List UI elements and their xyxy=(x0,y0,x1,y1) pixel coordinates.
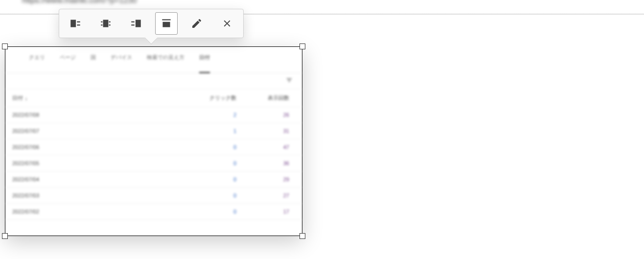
table-body: 2022/07/082262022/07/071312022/07/060472… xyxy=(5,107,302,220)
header-clicks[interactable]: クリック数 xyxy=(202,94,256,102)
table-row: 2022/07/02017 xyxy=(5,204,302,220)
filter-icon[interactable] xyxy=(285,76,293,86)
close-icon xyxy=(222,18,232,29)
sort-arrow-icon: ↓ xyxy=(25,95,28,101)
cell-date: 2022/07/08 xyxy=(12,112,202,118)
cell-date: 2022/07/05 xyxy=(12,160,202,166)
tab-query[interactable]: クエリ xyxy=(29,54,45,68)
header-date[interactable]: 日付 ↓ xyxy=(12,94,202,102)
cell-impressions: 36 xyxy=(256,160,295,166)
align-left-button[interactable] xyxy=(64,12,87,35)
table-row: 2022/07/07131 xyxy=(5,123,302,139)
pencil-icon xyxy=(191,18,203,29)
cell-impressions: 29 xyxy=(256,176,295,182)
filter-row xyxy=(5,73,302,89)
align-right-button[interactable] xyxy=(125,12,147,35)
cell-impressions: 47 xyxy=(256,144,295,150)
cell-impressions: 26 xyxy=(256,112,295,118)
tab-search-appearance[interactable]: 検索での見え方 xyxy=(147,54,184,68)
header-impressions[interactable]: 表示回数 xyxy=(256,94,295,102)
table-header: 日付 ↓ クリック数 表示回数 xyxy=(5,89,302,107)
align-center-button[interactable] xyxy=(94,12,117,35)
tab-country[interactable]: 国 xyxy=(91,54,96,68)
embedded-image-content: クエリ ページ 国 デバイス 検索での見え方 日付 日付 ↓ クリック数 表示回… xyxy=(5,47,302,236)
align-right-icon xyxy=(130,17,142,30)
cell-clicks: 2 xyxy=(202,112,256,118)
selected-block[interactable]: クエリ ページ 国 デバイス 検索での見え方 日付 日付 ↓ クリック数 表示回… xyxy=(5,46,302,236)
svg-rect-9 xyxy=(131,22,135,22)
svg-rect-4 xyxy=(101,22,102,22)
cell-clicks: 0 xyxy=(202,144,256,150)
align-left-icon xyxy=(69,17,82,30)
cell-date: 2022/07/02 xyxy=(12,209,202,215)
svg-rect-5 xyxy=(109,22,111,22)
cell-clicks: 0 xyxy=(202,193,256,198)
svg-rect-11 xyxy=(162,19,170,20)
cell-clicks: 0 xyxy=(202,209,256,215)
align-none-icon xyxy=(160,17,173,30)
svg-rect-6 xyxy=(101,24,102,25)
align-none-button[interactable] xyxy=(155,12,178,35)
svg-rect-0 xyxy=(70,20,76,27)
remove-button[interactable] xyxy=(216,12,238,35)
tab-device[interactable]: デバイス xyxy=(111,54,132,68)
align-center-icon xyxy=(99,17,112,30)
cell-impressions: 31 xyxy=(256,128,295,134)
header-date-label: 日付 xyxy=(12,94,23,102)
cell-impressions: 27 xyxy=(256,193,295,198)
cell-date: 2022/07/03 xyxy=(12,193,202,198)
tab-date[interactable]: 日付 xyxy=(199,54,210,73)
block-toolbar xyxy=(59,9,244,38)
cell-date: 2022/07/06 xyxy=(12,144,202,150)
cell-clicks: 0 xyxy=(202,176,256,182)
table-row: 2022/07/05036 xyxy=(5,155,302,172)
cell-clicks: 0 xyxy=(202,160,256,166)
svg-rect-2 xyxy=(77,24,80,25)
svg-rect-8 xyxy=(136,20,141,27)
table-row: 2022/07/03027 xyxy=(5,188,302,204)
table-row: 2022/07/04029 xyxy=(5,172,302,188)
svg-rect-3 xyxy=(103,20,109,27)
cell-impressions: 17 xyxy=(256,209,295,215)
svg-rect-12 xyxy=(162,22,170,27)
tabs-row: クエリ ページ 国 デバイス 検索での見え方 日付 xyxy=(5,47,302,73)
cell-clicks: 1 xyxy=(202,128,256,134)
svg-rect-7 xyxy=(109,24,111,25)
cell-date: 2022/07/04 xyxy=(12,176,202,182)
svg-rect-1 xyxy=(77,22,80,22)
edit-button[interactable] xyxy=(185,12,208,35)
cell-date: 2022/07/07 xyxy=(12,128,202,134)
url-text: https://www.mainki.com/?p=1230 xyxy=(22,0,137,5)
tab-page[interactable]: ページ xyxy=(60,54,76,68)
svg-rect-10 xyxy=(131,24,135,25)
table-row: 2022/07/08226 xyxy=(5,107,302,123)
table-row: 2022/07/06047 xyxy=(5,139,302,155)
